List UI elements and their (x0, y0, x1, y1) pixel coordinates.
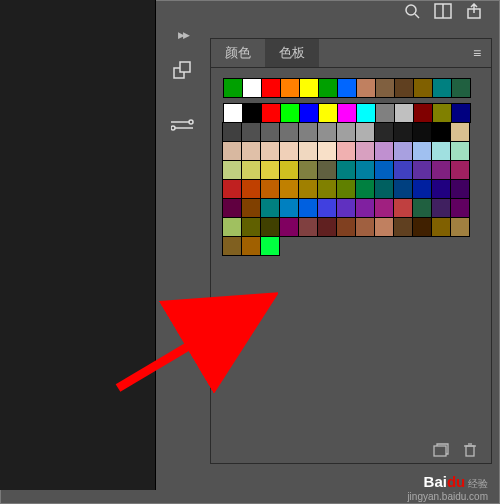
swatch[interactable] (374, 141, 394, 161)
swatch[interactable] (393, 141, 413, 161)
swatch[interactable] (280, 78, 300, 98)
swatch[interactable] (298, 122, 318, 142)
swatch[interactable] (431, 217, 451, 237)
swatch[interactable] (336, 141, 356, 161)
swatch[interactable] (393, 179, 413, 199)
swatch[interactable] (412, 179, 432, 199)
swatch[interactable] (374, 122, 394, 142)
swatch[interactable] (260, 160, 280, 180)
swatch[interactable] (241, 122, 261, 142)
new-swatch-icon[interactable] (433, 443, 449, 457)
swatch[interactable] (450, 179, 470, 199)
arrange-icon[interactable] (434, 3, 452, 19)
swatch[interactable] (450, 141, 470, 161)
swatch[interactable] (413, 78, 433, 98)
swatch[interactable] (298, 179, 318, 199)
swatch[interactable] (450, 217, 470, 237)
swatch[interactable] (317, 160, 337, 180)
tab-swatches[interactable]: 色板 (265, 39, 319, 67)
swatch[interactable] (318, 103, 338, 123)
swatch[interactable] (298, 160, 318, 180)
swatch[interactable] (355, 198, 375, 218)
swatch[interactable] (222, 122, 242, 142)
swatch[interactable] (336, 217, 356, 237)
swatch[interactable] (260, 179, 280, 199)
swatch[interactable] (337, 78, 357, 98)
swatch[interactable] (431, 160, 451, 180)
swatch[interactable] (450, 122, 470, 142)
panel-menu-icon[interactable]: ≡ (463, 39, 491, 67)
swatch[interactable] (336, 198, 356, 218)
swatch[interactable] (431, 179, 451, 199)
swatch[interactable] (374, 160, 394, 180)
share-icon[interactable] (466, 3, 482, 19)
swatch[interactable] (431, 198, 451, 218)
swatch[interactable] (451, 103, 471, 123)
swatch[interactable] (279, 198, 299, 218)
swatch[interactable] (241, 179, 261, 199)
search-icon[interactable] (404, 3, 420, 19)
swatch[interactable] (356, 103, 376, 123)
swatch[interactable] (431, 141, 451, 161)
swatch[interactable] (260, 217, 280, 237)
swatch[interactable] (242, 78, 262, 98)
swatch[interactable] (261, 103, 281, 123)
swatch[interactable] (317, 198, 337, 218)
swatch[interactable] (412, 141, 432, 161)
swatch[interactable] (241, 198, 261, 218)
swatch[interactable] (241, 217, 261, 237)
swatch[interactable] (298, 198, 318, 218)
swatch[interactable] (241, 141, 261, 161)
swatch[interactable] (374, 198, 394, 218)
swatch[interactable] (223, 78, 243, 98)
swatch[interactable] (299, 78, 319, 98)
swatch[interactable] (450, 160, 470, 180)
swatch[interactable] (432, 103, 452, 123)
swatch[interactable] (222, 141, 242, 161)
swatch[interactable] (375, 103, 395, 123)
swatch[interactable] (374, 179, 394, 199)
swatch[interactable] (318, 78, 338, 98)
swatch[interactable] (337, 103, 357, 123)
swatch[interactable] (260, 141, 280, 161)
swatch[interactable] (412, 198, 432, 218)
swatch[interactable] (279, 160, 299, 180)
swatch[interactable] (317, 179, 337, 199)
swatch[interactable] (241, 236, 261, 256)
swatch[interactable] (336, 122, 356, 142)
swatch[interactable] (260, 122, 280, 142)
swatch[interactable] (241, 160, 261, 180)
collapse-toggle[interactable]: ▶▶ (163, 30, 203, 40)
swatch[interactable] (317, 122, 337, 142)
trash-icon[interactable] (463, 443, 477, 457)
swatch[interactable] (299, 103, 319, 123)
swatch[interactable] (280, 103, 300, 123)
swatch[interactable] (356, 78, 376, 98)
swatch[interactable] (279, 217, 299, 237)
swatch[interactable] (279, 141, 299, 161)
swatch[interactable] (298, 217, 318, 237)
swatch[interactable] (222, 160, 242, 180)
swatch[interactable] (279, 122, 299, 142)
swatch[interactable] (450, 198, 470, 218)
canvas-area[interactable] (0, 0, 156, 490)
swatch[interactable] (374, 217, 394, 237)
swatch[interactable] (412, 160, 432, 180)
swatch[interactable] (260, 236, 280, 256)
swatch[interactable] (355, 217, 375, 237)
tab-color[interactable]: 颜色 (211, 39, 265, 67)
swatch[interactable] (242, 103, 262, 123)
swatch[interactable] (393, 122, 413, 142)
swatch[interactable] (336, 179, 356, 199)
swatch[interactable] (413, 103, 433, 123)
swatch[interactable] (393, 217, 413, 237)
swatch[interactable] (279, 179, 299, 199)
swatch[interactable] (222, 198, 242, 218)
swatch[interactable] (298, 141, 318, 161)
swatch[interactable] (336, 160, 356, 180)
swatch[interactable] (222, 217, 242, 237)
swatch[interactable] (355, 160, 375, 180)
swatch[interactable] (394, 103, 414, 123)
swatch[interactable] (375, 78, 395, 98)
swatch[interactable] (412, 217, 432, 237)
